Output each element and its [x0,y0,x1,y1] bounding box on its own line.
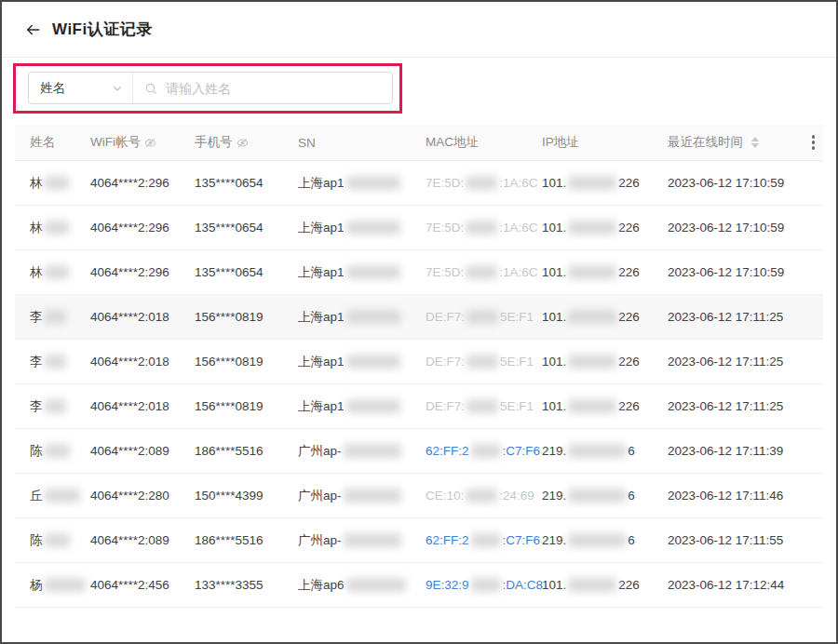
chevron-down-icon [112,83,123,94]
cell-sn: 上海ap1 [283,175,411,192]
page-title: WiFi认证记录 [52,19,153,40]
cell-last-online-time: 2023-06-12 17:10:59 [653,176,790,190]
table-row: 李4064****2:018156****0819上海ap1DE:F7:5E:F… [15,384,823,429]
cell-name: 林 [15,220,75,236]
search-input-wrap [133,73,392,103]
search-input[interactable] [164,80,381,97]
cell-mac-address: DE:F7:5E:F1 [411,310,527,324]
cell-last-online-time: 2023-06-12 17:11:25 [653,310,790,324]
redacted-blur [466,176,497,190]
column-header-wifi_account: WiFi帐号 [75,134,180,151]
column-header-mac: MAC地址 [411,134,527,151]
redacted-blur [346,310,400,324]
redacted-blur [568,489,626,503]
column-label: MAC地址 [426,134,479,151]
filter-field-select[interactable]: 姓名 [29,73,133,103]
cell-wifi-account: 4064****2:296 [75,221,180,235]
cell-wifi-account: 4064****2:018 [75,310,180,324]
cell-ip-address: 101.226 [527,221,653,235]
cell-name: 陈 [15,443,75,460]
table-row: 丘4064****2:280150****4399广州ap-CE:10::24:… [15,474,823,518]
cell-sn: 上海ap1 [283,354,411,370]
cell-phone: 133****3355 [180,578,283,592]
redacted-blur [466,489,497,503]
redacted-blur [45,399,66,413]
redacted-blur [568,310,616,324]
mac-address-text: DE:F7:5E:F1 [426,355,534,369]
column-header-settings [790,133,827,151]
search-group: 姓名 [28,72,393,104]
table-row: 李4064****2:018156****0819上海ap1DE:F7:5E:F… [15,295,823,340]
cell-name: 杨 [15,577,75,594]
cell-phone: 135****0654 [180,221,283,235]
mac-address-text: 7E:5D::1A:6C [426,265,538,279]
redacted-blur [568,355,616,369]
redacted-blur [45,578,86,592]
redacted-blur [346,265,400,279]
redacted-blur [466,355,498,369]
column-header-name: 姓名 [15,134,75,151]
redacted-blur [45,355,66,369]
redacted-blur [344,444,401,458]
cell-sn: 广州ap- [283,488,411,504]
cell-wifi-account: 4064****2:089 [75,533,180,547]
redacted-blur [45,489,80,503]
mac-address-text: DE:F7:5E:F1 [426,310,534,324]
cell-wifi-account: 4064****2:018 [75,355,180,369]
table-row: 陈4064****2:089186****5516广州ap-62:FF:2:C7… [15,429,823,474]
redacted-blur [45,221,69,235]
column-header-sn: SN [283,136,411,150]
table-row: 杨4064****2:456133****3355上海ap69E:32:9:DA… [15,563,823,608]
cell-ip-address: 101.226 [527,578,653,592]
cell-wifi-account: 4064****2:280 [75,489,180,503]
cell-phone: 156****0819 [180,310,283,324]
cell-ip-address: 101.226 [527,176,653,190]
more-vertical-icon[interactable] [808,133,818,151]
cell-last-online-time: 2023-06-12 17:10:59 [653,265,790,279]
cell-ip-address: 219.6 [527,533,653,547]
cell-mac-address[interactable]: 62:FF:2:C7:F6 [411,444,527,458]
cell-last-online-time: 2023-06-12 17:11:55 [653,533,790,547]
cell-ip-address: 219.6 [527,444,653,458]
cell-sn: 广州ap- [283,443,411,460]
table-body: 林4064****2:296135****0654上海ap17E:5D::1A:… [15,161,823,608]
cell-last-online-time: 2023-06-12 17:12:44 [653,578,790,592]
redacted-blur [346,221,400,235]
table-row: 陈4064****2:089186****5516广州ap-62:FF:2:C7… [15,518,823,563]
table-row: 林4064****2:296135****0654上海ap17E:5D::1A:… [15,206,823,250]
eye-invisible-icon[interactable] [237,137,249,149]
cell-mac-address[interactable]: 9E:32:9:DA:C8 [411,578,527,592]
cell-phone: 135****0654 [180,176,283,190]
column-header-phone: 手机号 [180,134,283,151]
column-label: 最近在线时间 [668,134,743,151]
sort-toggle-icon[interactable] [751,137,759,148]
mac-address-link[interactable]: 62:FF:2:C7:F6 [426,533,540,547]
redacted-blur [471,578,501,592]
table-row: 李4064****2:018156****0819上海ap1DE:F7:5E:F… [15,340,823,384]
back-button[interactable] [24,21,41,38]
redacted-blur [344,489,401,503]
cell-name: 李 [15,354,75,370]
redacted-blur [568,221,616,235]
eye-invisible-icon[interactable] [144,137,156,149]
table-row: 林4064****2:296135****0654上海ap17E:5D::1A:… [15,250,823,295]
mac-address-link[interactable]: 9E:32:9:DA:C8 [426,578,543,592]
cell-sn: 上海ap1 [283,264,411,281]
redacted-blur [45,176,69,190]
redacted-blur [568,578,616,592]
cell-last-online-time: 2023-06-12 17:11:46 [653,489,790,503]
mac-address-text: DE:F7:5E:F1 [426,399,534,413]
cell-mac-address: CE:10::24:69 [411,489,527,503]
redacted-blur [466,310,498,324]
cell-mac-address[interactable]: 62:FF:2:C7:F6 [411,533,527,547]
redacted-blur [466,265,497,279]
cell-mac-address: 7E:5D::1A:6C [411,265,527,279]
cell-name: 李 [15,398,75,415]
column-label: SN [298,136,316,150]
cell-phone: 135****0654 [180,265,283,279]
records-table: 姓名WiFi帐号手机号SNMAC地址IP地址最近在线时间 林4064****2:… [15,125,823,608]
cell-sn: 上海ap1 [283,398,411,415]
mac-address-link[interactable]: 62:FF:2:C7:F6 [426,444,540,458]
mac-address-text: 7E:5D::1A:6C [426,221,538,235]
cell-sn: 上海ap6 [283,577,411,594]
